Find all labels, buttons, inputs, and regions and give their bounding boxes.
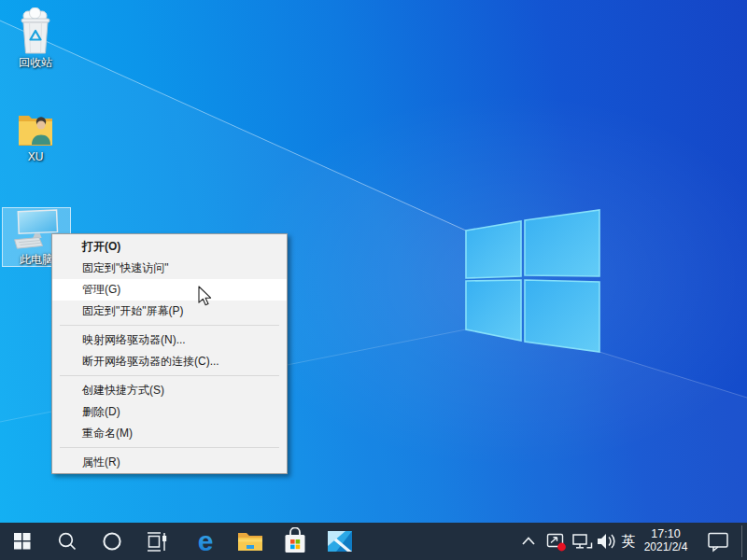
show-desktop-button[interactable] [741,525,742,557]
menu-item-rename[interactable]: 重命名(M) [52,423,287,444]
menu-item-properties[interactable]: 属性(R) [52,452,287,473]
cortana-button[interactable] [90,523,134,560]
search-button[interactable] [45,523,90,560]
windows-start-icon [14,533,31,550]
menu-item-pin-to-quick-access[interactable]: 固定到"快速访问" [52,258,287,279]
menu-item-disconnect-network-drive[interactable]: 断开网络驱动器的连接(C)... [52,351,287,372]
clock-time: 17:10 [638,527,694,540]
store-icon [282,527,308,555]
tray-screen-app-button[interactable] [543,523,570,560]
start-button[interactable] [0,523,45,560]
edge-icon: e [190,525,221,557]
menu-item-open[interactable]: 打开(O) [52,236,287,258]
chevron-up-icon [521,536,536,547]
cortana-icon [102,531,122,552]
user-folder-icon [17,108,54,148]
search-icon [57,531,78,552]
task-view-button[interactable] [134,523,179,560]
mouse-cursor [198,286,213,311]
taskbar-clock[interactable]: 17:10 2021/2/4 [638,527,694,553]
taskbar: e [0,523,747,560]
menu-separator [60,325,279,326]
mail-button[interactable] [317,523,362,560]
red-badge [557,543,566,552]
tray-show-hidden-button[interactable] [515,523,542,560]
icon-label: 回收站 [19,56,52,69]
edge-button[interactable]: e [183,523,228,560]
context-menu: 打开(O) 固定到"快速访问" 管理(G) 固定到"开始"屏幕(P) 映射网络驱… [51,233,288,474]
menu-item-create-shortcut[interactable]: 创建快捷方式(S) [52,380,287,401]
clock-date: 2021/2/4 [638,540,694,553]
desktop-icon-user-folder[interactable]: XU [0,108,71,163]
menu-separator [60,447,279,448]
menu-item-manage[interactable]: 管理(G) [52,279,287,301]
menu-item-delete[interactable]: 删除(D) [52,401,287,423]
task-view-icon [147,531,167,552]
icon-label: 此电脑 [20,253,53,266]
recycle-bin-icon [15,7,56,54]
file-explorer-icon [237,529,263,553]
mail-icon [327,530,353,553]
network-icon [571,531,594,552]
store-button[interactable] [273,523,317,560]
tray-network-button[interactable] [570,523,596,560]
desktop-icon-recycle-bin[interactable]: 回收站 [0,7,71,69]
file-explorer-button[interactable] [228,523,273,560]
volume-icon [596,531,618,552]
action-center-button[interactable] [698,523,738,560]
menu-item-pin-to-start[interactable]: 固定到"开始"屏幕(P) [52,301,287,322]
notification-icon [707,530,729,553]
svg-text:e: e [198,525,214,556]
menu-separator [60,375,279,376]
screen-share-icon [546,531,567,552]
icon-label: XU [28,150,44,163]
menu-item-map-network-drive[interactable]: 映射网络驱动器(N)... [52,329,287,351]
